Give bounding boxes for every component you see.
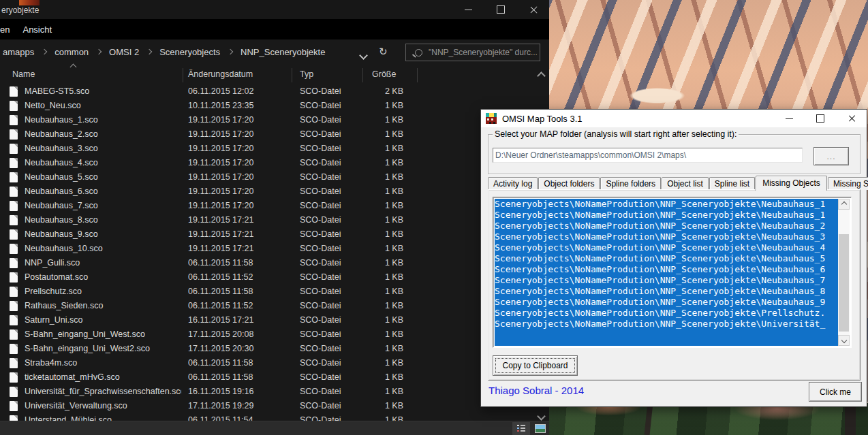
list-item[interactable]: Sceneryobjects\NoNameProdution\NNP_Scene…	[495, 210, 838, 221]
list-item[interactable]: Sceneryobjects\NoNameProdution\NNP_Scene…	[495, 297, 838, 308]
file-name: Neubauhaus_9.sco	[25, 227, 181, 242]
table-row[interactable]: S-Bahn_eingang_Uni_West.sco17.11.2015 20…	[0, 327, 538, 342]
omsi-minimize-button[interactable]	[775, 110, 803, 127]
column-header-date[interactable]: Änderungsdatum	[188, 69, 253, 79]
list-item[interactable]: Sceneryobjects\NoNameProdution\NNP_Scene…	[495, 275, 838, 286]
table-row[interactable]: MABEG-ST5.sco06.11.2015 12:02SCO-Datei2 …	[0, 84, 538, 99]
details-view-button[interactable]	[512, 422, 530, 435]
table-row[interactable]: Neubauhaus_3.sco19.11.2015 17:20SCO-Date…	[0, 142, 538, 156]
menu-item[interactable]: Ansicht	[22, 25, 52, 35]
column-divider[interactable]	[183, 68, 183, 82]
breadcrumb-item[interactable]: Sceneryobjects	[158, 47, 221, 57]
breadcrumb-item[interactable]: amapps	[1, 47, 35, 57]
list-item[interactable]: Sceneryobjects\NoNameProdution\NNP_Scene…	[495, 221, 838, 231]
browse-button[interactable]: ...	[813, 147, 849, 165]
list-item[interactable]: Sceneryobjects\NoNameProdution\NNP_Scene…	[495, 242, 838, 253]
column-divider[interactable]	[292, 68, 292, 82]
minimize-icon	[786, 118, 793, 119]
tab-spline-list[interactable]: Spline list	[709, 177, 755, 190]
omsi-maximize-button[interactable]	[807, 110, 834, 127]
table-row[interactable]: S-Bahn_eingang_Uni_West2.sco17.11.2015 2…	[0, 342, 538, 356]
list-item[interactable]: Sceneryobjects\NoNameProdution\NNP_Scene…	[495, 231, 838, 242]
file-size: 1 KB	[335, 385, 403, 399]
file-name: Neubauhaus_1.sco	[25, 113, 181, 127]
maximize-button[interactable]	[485, 0, 516, 19]
tab-missing-splines[interactable]: Missing Splines	[828, 177, 868, 190]
breadcrumb-item[interactable]: common	[53, 47, 90, 57]
minimize-button[interactable]	[452, 0, 484, 19]
click-me-button[interactable]: Click me	[809, 382, 862, 402]
table-row[interactable]: Neubauhaus_4.sco19.11.2015 17:20SCO-Date…	[0, 156, 538, 170]
breadcrumb-item[interactable]: OMSI 2	[108, 47, 140, 57]
file-size: 1 KB	[335, 370, 403, 385]
table-row[interactable]: Saturn_Uni.sco16.11.2015 17:21SCO-Datei1…	[0, 313, 538, 327]
listbox-scrollbar[interactable]	[838, 199, 850, 346]
file-name: MABEG-ST5.sco	[25, 84, 181, 99]
list-item[interactable]: Sceneryobjects\NoNameProdution\NNP_Scene…	[495, 308, 838, 319]
breadcrumb-item[interactable]: NNP_Sceneryobjekte	[239, 47, 326, 57]
list-item[interactable]: Sceneryobjects\NoNameProdution\NNP_Scene…	[495, 253, 838, 264]
table-row[interactable]: Neubauhaus_2.sco19.11.2015 17:20SCO-Date…	[0, 127, 538, 142]
table-row[interactable]: Neubauhaus_10.sco19.11.2015 17:21SCO-Dat…	[0, 242, 538, 256]
column-divider[interactable]	[417, 68, 418, 82]
list-item[interactable]: Sceneryobjects\NoNameProdution\NNP_Scene…	[495, 286, 838, 297]
table-row[interactable]: Neubauhaus_1.sco19.11.2015 17:20SCO-Date…	[0, 113, 538, 127]
file-size: 1 KB	[335, 327, 403, 342]
file-icon	[10, 315, 18, 325]
omsi-close-button[interactable]	[838, 110, 865, 127]
table-row[interactable]: ticketautomat_mHvG.sco06.11.2015 11:58SC…	[0, 370, 538, 385]
column-header-type[interactable]: Typ	[300, 69, 313, 79]
column-header-size[interactable]: Größe	[372, 69, 396, 79]
omsi-map-tools-window: OMSI Map Tools 3.1 Select your MAP folde…	[480, 109, 867, 407]
table-row[interactable]: Neubauhaus_7.sco19.11.2015 17:20SCO-Date…	[0, 199, 538, 213]
missing-objects-listbox[interactable]: Sceneryobjects\NoNameProdution\NNP_Scene…	[493, 197, 852, 348]
explorer-titlebar[interactable]: eryobjekte	[0, 0, 549, 19]
omsi-titlebar[interactable]: OMSI Map Tools 3.1	[481, 110, 867, 127]
file-name: S-Bahn_eingang_Uni_West2.sco	[25, 342, 181, 356]
table-row[interactable]: Neubauhaus_8.sco19.11.2015 17:21SCO-Date…	[0, 213, 538, 227]
file-name: Saturn_Uni.sco	[25, 313, 181, 327]
column-divider[interactable]	[362, 68, 363, 82]
scrollbar-thumb[interactable]	[839, 234, 849, 332]
table-row[interactable]: Netto_Neu.sco10.11.2015 23:35SCO-Datei1 …	[0, 99, 538, 113]
table-row[interactable]: Neubauhaus_6.sco19.11.2015 17:20SCO-Date…	[0, 184, 538, 199]
column-header-name[interactable]: Name	[12, 69, 35, 79]
search-input[interactable]: "NNP_Sceneryobjekte" durc...	[405, 44, 540, 61]
tab-spline-folders[interactable]: Spline folders	[600, 177, 661, 190]
table-row[interactable]: Unterstand_Mühlei.sco06.11.2015 11:54SCO…	[0, 413, 538, 421]
table-row[interactable]: Straba4m.sco06.11.2015 11:58SCO-Datei1 K…	[0, 356, 538, 370]
list-item[interactable]: Sceneryobjects\NoNameProdution\NNP_Scene…	[495, 264, 838, 275]
list-item[interactable]: Sceneryobjects\NoNameProdution\NNP_Scene…	[495, 319, 838, 329]
copy-to-clipboard-button[interactable]: Copy to Clipboard	[493, 355, 578, 376]
thumbnail-view-button[interactable]	[532, 422, 548, 435]
table-row[interactable]: Postautomat.sco06.11.2015 11:52SCO-Datei…	[0, 270, 538, 285]
address-dropdown-button[interactable]	[360, 49, 367, 61]
table-row[interactable]: Universität_für_Sprachwissenschaften.sco…	[0, 385, 538, 399]
tab-object-list[interactable]: Object list	[662, 177, 709, 190]
table-row[interactable]: Neubauhaus_5.sco19.11.2015 17:20SCO-Date…	[0, 170, 538, 184]
file-date: 19.11.2015 17:20	[188, 142, 290, 156]
menu-item[interactable]: en	[0, 25, 10, 35]
scrollbar-up-button[interactable]	[538, 69, 544, 82]
file-date: 06.11.2015 12:02	[188, 84, 290, 99]
breadcrumb-separator-icon	[146, 49, 152, 54]
scrollbar-down-button[interactable]	[838, 335, 850, 346]
tab-missing-objects[interactable]: Missing Objects	[756, 176, 827, 191]
table-row[interactable]: Neubauhaus_9.sco19.11.2015 17:21SCO-Date…	[0, 227, 538, 242]
search-icon	[415, 49, 422, 57]
close-button[interactable]	[518, 0, 549, 19]
list-item[interactable]: Sceneryobjects\NoNameProdution\NNP_Scene…	[495, 199, 838, 210]
chevron-up-icon	[537, 71, 546, 80]
credit-link[interactable]: Thiago Sobral - 2014	[489, 385, 584, 396]
refresh-button[interactable]: ↻	[379, 46, 388, 58]
map-folder-path-input[interactable]	[493, 148, 803, 163]
tab-activity-log[interactable]: Activity log	[488, 177, 538, 190]
scrollbar-up-button[interactable]	[838, 199, 850, 210]
table-row[interactable]: Rathaus_Sieden.sco06.11.2015 11:52SCO-Da…	[0, 299, 538, 313]
tab-object-folders[interactable]: Object folders	[538, 177, 600, 190]
file-size: 1 KB	[335, 270, 403, 285]
table-row[interactable]: NNP_Gulli.sco06.11.2015 11:58SCO-Datei1 …	[0, 256, 538, 270]
table-row[interactable]: Universität_Verwaltung.sco17.11.2015 19:…	[0, 399, 538, 413]
table-row[interactable]: Prellschutz.sco06.11.2015 11:58SCO-Datei…	[0, 285, 538, 299]
file-date: 19.11.2015 17:20	[188, 156, 290, 170]
